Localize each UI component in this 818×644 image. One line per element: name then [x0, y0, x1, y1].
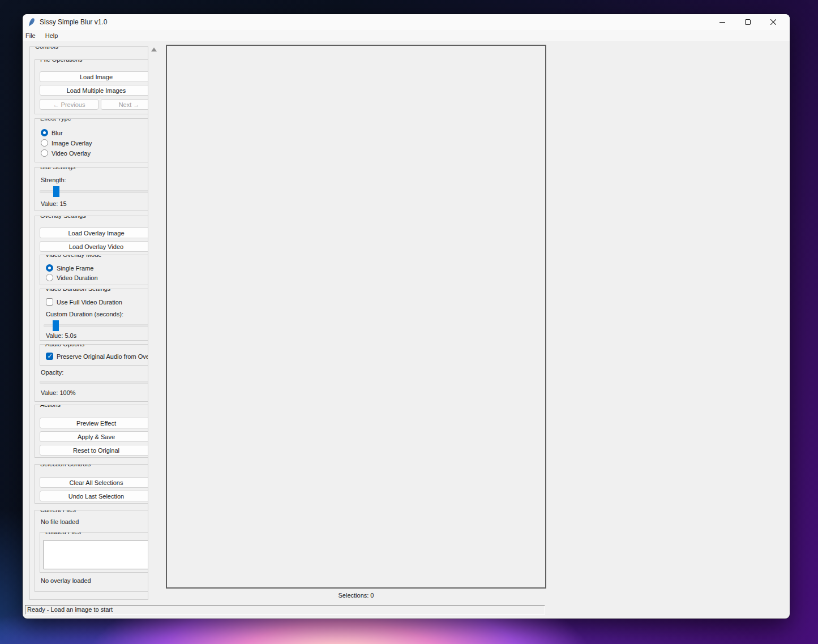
selection-controls-label: Selection Controls [38, 464, 92, 469]
custom-duration-slider-handle[interactable] [53, 320, 59, 331]
actions-label: Actions [38, 405, 62, 409]
status-bar: Ready - Load an image to start [25, 605, 545, 615]
radio-icon [41, 129, 48, 136]
video-duration-settings-group: Video Duration Settings Use Full Video D… [40, 289, 148, 341]
file-operations-group: File Operations Load Image Load Multiple… [35, 59, 148, 114]
effect-type-label: Effect Type [38, 118, 73, 123]
close-icon [770, 19, 776, 25]
previous-button[interactable]: ← Previous [40, 99, 98, 110]
file-status-text: No file loaded [41, 518, 79, 525]
file-operations-label: File Operations [38, 59, 84, 64]
video-overlay-mode-label: Video Overlay Mode [44, 255, 103, 259]
minimize-icon [720, 19, 725, 25]
radio-blur[interactable]: Blur [41, 129, 63, 136]
app-window: Sissy Simple Blur v1.0 File Help Control… [23, 14, 790, 619]
maximize-button[interactable] [735, 14, 760, 30]
minimize-button[interactable] [709, 14, 735, 30]
selection-controls-group: Selection Controls Clear All Selections … [35, 464, 148, 504]
opacity-value: Value: 100% [41, 389, 76, 396]
blur-settings-group: Blur Settings Strength: Value: 15 [35, 167, 148, 211]
close-button[interactable] [760, 14, 786, 30]
custom-duration-label: Custom Duration (seconds): [46, 311, 123, 317]
audio-options-label: Audio Options [44, 344, 86, 349]
slider-trough [40, 381, 148, 384]
overlay-settings-group: Overlay Settings Load Overlay Image Load… [35, 216, 148, 402]
radio-icon [46, 264, 53, 272]
menu-bar: File Help [23, 30, 790, 41]
maximize-icon [745, 19, 751, 25]
checkbox-icon [46, 298, 53, 306]
menu-help[interactable]: Help [40, 31, 63, 40]
radio-single-frame[interactable]: Single Frame [46, 264, 93, 272]
custom-duration-value: Value: 5.0s [46, 332, 76, 339]
strength-slider-handle[interactable] [53, 186, 59, 197]
radio-blur-label: Blur [52, 130, 63, 136]
strength-slider[interactable] [40, 186, 148, 197]
loaded-files-label: Loaded Files [44, 532, 83, 536]
radio-video-overlay-label: Video Overlay [52, 150, 91, 157]
clear-all-selections-button[interactable]: Clear All Selections [40, 477, 148, 488]
radio-icon [41, 149, 48, 157]
loaded-files-group: Loaded Files [40, 532, 148, 573]
actions-group: Actions Preview Effect Apply & Save Rese… [35, 405, 148, 458]
next-button[interactable]: Next → [101, 99, 148, 110]
undo-last-selection-button[interactable]: Undo Last Selection [40, 491, 148, 501]
opacity-slider[interactable] [40, 377, 148, 388]
load-overlay-video-button[interactable]: Load Overlay Video [40, 241, 148, 252]
image-canvas[interactable] [166, 45, 546, 589]
audio-options-group: Audio Options Preserve Original Audio fr… [40, 344, 148, 366]
radio-icon [41, 139, 48, 147]
preserve-audio-checkbox[interactable]: Preserve Original Audio from Overlay Vid [46, 353, 148, 360]
title-bar[interactable]: Sissy Simple Blur v1.0 [23, 14, 790, 30]
preview-effect-button[interactable]: Preview Effect [40, 418, 148, 428]
strength-label: Strength: [41, 177, 66, 183]
controls-panel: Controls File Operations Load Image Load… [29, 46, 148, 600]
load-overlay-image-button[interactable]: Load Overlay Image [40, 227, 148, 238]
radio-single-frame-label: Single Frame [57, 265, 93, 272]
loaded-files-listbox[interactable] [44, 540, 148, 569]
radio-video-duration-label: Video Duration [57, 274, 98, 281]
selections-count: Selections: 0 [166, 592, 546, 599]
preserve-audio-label: Preserve Original Audio from Overlay Vid [57, 353, 148, 360]
reset-to-original-button[interactable]: Reset to Original [40, 445, 148, 456]
python-feather-icon [28, 18, 35, 27]
radio-image-overlay[interactable]: Image Overlay [41, 139, 92, 147]
controls-panel-label: Controls [33, 46, 60, 51]
effect-type-group: Effect Type Blur Image Overlay Video Ove… [35, 118, 148, 162]
overlay-settings-label: Overlay Settings [38, 216, 88, 220]
video-duration-settings-label: Video Duration Settings [44, 289, 112, 293]
blur-settings-label: Blur Settings [38, 167, 77, 171]
strength-value: Value: 15 [41, 200, 67, 207]
load-multiple-images-button[interactable]: Load Multiple Images [40, 85, 148, 96]
load-image-button[interactable]: Load Image [40, 71, 148, 82]
radio-image-overlay-label: Image Overlay [52, 140, 92, 147]
menu-file[interactable]: File [23, 31, 40, 40]
radio-video-overlay[interactable]: Video Overlay [41, 149, 91, 157]
slider-trough [44, 324, 148, 327]
custom-duration-slider[interactable] [44, 320, 148, 331]
opacity-label: Opacity: [41, 369, 63, 376]
use-full-video-duration-checkbox[interactable]: Use Full Video Duration [46, 298, 122, 306]
window-controls [709, 14, 786, 30]
overlay-status-text: No overlay loaded [41, 577, 91, 584]
radio-video-duration[interactable]: Video Duration [46, 274, 98, 281]
scroll-up-arrow-icon[interactable] [151, 48, 157, 51]
video-overlay-mode-group: Video Overlay Mode Single Frame Video Du… [40, 255, 148, 285]
current-files-group: Current Files No file loaded Loaded File… [35, 510, 148, 592]
radio-icon [46, 274, 53, 281]
use-full-video-duration-label: Use Full Video Duration [57, 299, 122, 306]
checkbox-icon [46, 353, 53, 360]
apply-save-button[interactable]: Apply & Save [40, 431, 148, 442]
current-files-label: Current Files [38, 510, 78, 514]
window-title: Sissy Simple Blur v1.0 [40, 18, 107, 26]
